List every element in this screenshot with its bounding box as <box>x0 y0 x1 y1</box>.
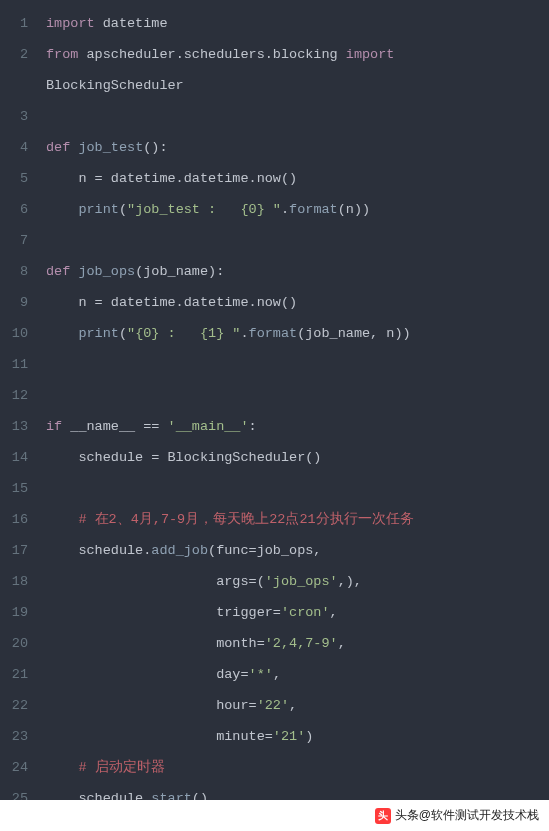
line-number: 5 <box>0 163 28 194</box>
code-line: minute='21') <box>46 721 549 752</box>
line-number: 15 <box>0 473 28 504</box>
code-line <box>46 380 549 411</box>
code-line <box>46 473 549 504</box>
code-line: n = datetime.datetime.now() <box>46 163 549 194</box>
toutiao-icon: 头 <box>375 808 391 824</box>
footer-text: @软件测试开发技术栈 <box>419 807 539 824</box>
line-number: 1 <box>0 8 28 39</box>
code-line: n = datetime.datetime.now() <box>46 287 549 318</box>
code-line: args=('job_ops',), <box>46 566 549 597</box>
code-line: schedule.add_job(func=job_ops, <box>46 535 549 566</box>
line-number: 17 <box>0 535 28 566</box>
code-area[interactable]: import datetime from apscheduler.schedul… <box>40 0 549 800</box>
line-number: 14 <box>0 442 28 473</box>
code-line: day='*', <box>46 659 549 690</box>
line-number: 21 <box>0 659 28 690</box>
line-number: 16 <box>0 504 28 535</box>
line-number: 8 <box>0 256 28 287</box>
code-line: # 启动定时器 <box>46 752 549 783</box>
code-line: BlockingScheduler <box>46 70 549 101</box>
code-line: # 在2、4月,7-9月，每天晚上22点21分执行一次任务 <box>46 504 549 535</box>
line-gutter: 1 2 3 4 5 6 7 8 9 10 11 12 13 14 15 16 1… <box>0 0 40 800</box>
code-line: trigger='cron', <box>46 597 549 628</box>
code-line <box>46 225 549 256</box>
code-line: print("job_test : {0} ".format(n)) <box>46 194 549 225</box>
footer-bar: 头 头条 @软件测试开发技术栈 <box>0 800 549 831</box>
line-number: 24 <box>0 752 28 783</box>
code-line: month='2,4,7-9', <box>46 628 549 659</box>
line-number: 18 <box>0 566 28 597</box>
line-number: 19 <box>0 597 28 628</box>
line-number: 2 <box>0 39 28 70</box>
code-line: if __name__ == '__main__': <box>46 411 549 442</box>
line-number: 20 <box>0 628 28 659</box>
code-line: print("{0} : {1} ".format(job_name, n)) <box>46 318 549 349</box>
line-number: 10 <box>0 318 28 349</box>
code-editor[interactable]: 1 2 3 4 5 6 7 8 9 10 11 12 13 14 15 16 1… <box>0 0 549 800</box>
line-number <box>0 70 28 101</box>
line-number: 9 <box>0 287 28 318</box>
code-line: hour='22', <box>46 690 549 721</box>
line-number: 7 <box>0 225 28 256</box>
code-line: def job_ops(job_name): <box>46 256 549 287</box>
code-line <box>46 349 549 380</box>
line-number: 23 <box>0 721 28 752</box>
footer-prefix: 头条 <box>395 807 419 824</box>
code-line: schedule = BlockingScheduler() <box>46 442 549 473</box>
line-number: 4 <box>0 132 28 163</box>
code-line: import datetime <box>46 8 549 39</box>
code-line <box>46 101 549 132</box>
code-line: from apscheduler.schedulers.blocking imp… <box>46 39 549 70</box>
line-number: 13 <box>0 411 28 442</box>
line-number: 6 <box>0 194 28 225</box>
line-number: 11 <box>0 349 28 380</box>
line-number: 12 <box>0 380 28 411</box>
line-number: 3 <box>0 101 28 132</box>
code-line: def job_test(): <box>46 132 549 163</box>
line-number: 22 <box>0 690 28 721</box>
